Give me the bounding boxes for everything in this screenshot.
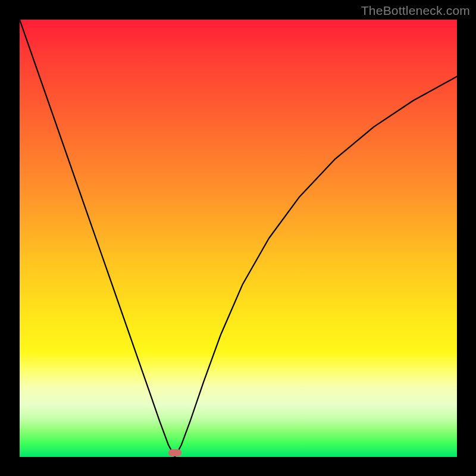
plot-area bbox=[20, 20, 457, 457]
curve-svg bbox=[20, 20, 457, 457]
minimum-marker bbox=[168, 449, 181, 456]
watermark-text: TheBottleneck.com bbox=[361, 4, 470, 18]
chart-frame: TheBottleneck.com bbox=[0, 0, 476, 476]
bottleneck-curve bbox=[20, 20, 457, 457]
